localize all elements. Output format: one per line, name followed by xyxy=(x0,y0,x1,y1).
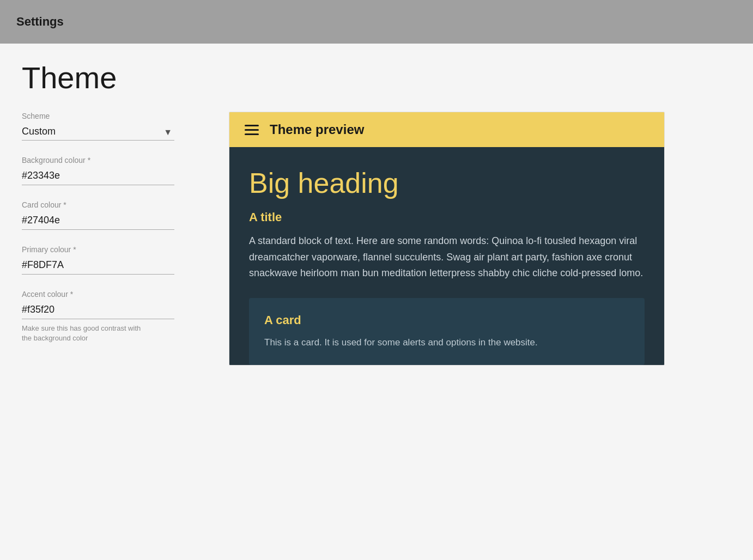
preview-big-heading: Big heading xyxy=(249,167,645,199)
card-colour-group: Card colour * xyxy=(22,200,196,230)
preview-card-text: This is a card. It is used for some aler… xyxy=(264,335,629,350)
preview-a-title: A title xyxy=(249,210,645,224)
accent-input[interactable] xyxy=(22,302,174,319)
card-input[interactable] xyxy=(22,212,174,230)
scheme-group: Scheme Custom Light Dark ▼ xyxy=(22,112,196,141)
preview-card-title: A card xyxy=(264,313,629,327)
preview-topbar: Theme preview xyxy=(229,112,664,147)
hamburger-icon[interactable] xyxy=(245,125,259,135)
hamburger-line-1 xyxy=(245,125,259,126)
preview-body-text: A standard block of text. Here are some … xyxy=(249,233,645,282)
primary-label: Primary colour * xyxy=(22,245,196,254)
preview-card: A card This is a card. It is used for so… xyxy=(249,298,645,365)
settings-title: Settings xyxy=(16,15,64,29)
page-title: Theme xyxy=(22,60,731,95)
scheme-select[interactable]: Custom Light Dark xyxy=(22,124,174,141)
accent-label: Accent colour * xyxy=(22,290,196,299)
accent-colour-group: Accent colour * Make sure this has good … xyxy=(22,290,196,343)
hamburger-line-3 xyxy=(245,133,259,135)
card-label: Card colour * xyxy=(22,200,196,209)
accent-hint: Make sure this has good contrast with th… xyxy=(22,324,142,343)
main-layout: Scheme Custom Light Dark ▼ Background co… xyxy=(22,112,731,366)
preview-container: Theme preview Big heading A title A stan… xyxy=(229,112,665,366)
primary-colour-group: Primary colour * xyxy=(22,245,196,275)
background-colour-group: Background colour * xyxy=(22,156,196,185)
background-label: Background colour * xyxy=(22,156,196,165)
preview-body: Big heading A title A standard block of … xyxy=(229,147,664,365)
content-area: Theme Scheme Custom Light Dark ▼ Backgro… xyxy=(0,44,753,382)
right-panel: Theme preview Big heading A title A stan… xyxy=(229,112,665,366)
scheme-select-wrapper[interactable]: Custom Light Dark ▼ xyxy=(22,124,174,141)
scheme-label: Scheme xyxy=(22,112,196,120)
background-input[interactable] xyxy=(22,168,174,185)
top-bar: Settings xyxy=(0,0,753,44)
left-panel: Scheme Custom Light Dark ▼ Background co… xyxy=(22,112,196,358)
preview-topbar-title: Theme preview xyxy=(270,122,364,137)
hamburger-line-2 xyxy=(245,129,259,131)
primary-input[interactable] xyxy=(22,257,174,275)
